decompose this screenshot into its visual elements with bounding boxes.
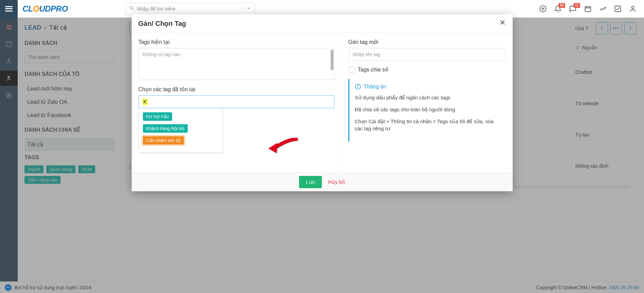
menu-toggle-button[interactable] [0,0,18,18]
msg-badge: 11 [574,3,580,8]
current-tags-label: Tags hiện tại [138,39,334,45]
tag-dropdown: KH Nợ Xấu Khách hàng Nội bộ Cần chăm sóc… [138,108,223,152]
modal-left-column: Tags hiện tại Không có tag nào Chọn các … [132,33,341,172]
info-line: Đã chia sẻ các tags cho toàn bộ người dù… [355,106,500,113]
svg-rect-5 [585,6,591,12]
reports-button[interactable] [599,5,607,13]
tag-search-input[interactable]: K [138,95,334,108]
choose-tags-label: Chọn các tag đã tồn tại [138,86,334,93]
info-line: Chọn Cài đặt > Thông tin cá nhân > Tags … [355,118,500,132]
new-tag-input[interactable]: Nhập tên tag [348,48,506,61]
share-tags-checkbox-row[interactable]: Tags chia sẻ [348,66,506,73]
svg-line-1 [132,9,134,10]
logo-text: CLOUDPRO [22,4,68,14]
modal-footer: Lưu Hủy bỏ [132,172,513,191]
logo[interactable]: CLOUDPRO [22,2,68,16]
global-search-placeholder: Nhập để tìm kiếm [137,6,175,12]
tasks-button[interactable] [614,5,622,13]
arrow-annotation [267,136,301,157]
new-tag-placeholder: Nhập tên tag [353,52,380,57]
tag-search-value: K [142,99,148,105]
dropdown-item[interactable]: KH Nợ Xấu [143,112,172,121]
svg-marker-32 [268,143,277,153]
empty-tags-text: Không có tag nào [143,52,180,57]
share-tags-checkbox[interactable] [348,67,354,73]
info-icon [355,84,361,90]
topbar-right: 53 11 [539,5,644,13]
bell-badge: 53 [559,3,565,8]
modal-right-column: Gán tag mới Nhập tên tag Tags chia sẻ Th… [341,33,513,172]
messages-button[interactable]: 11 [569,5,577,13]
notification-bell[interactable]: 53 [554,5,562,13]
svg-point-35 [358,85,358,86]
current-tags-box[interactable]: Không có tag nào [138,48,334,80]
svg-point-0 [130,6,133,9]
dropdown-item-highlighted[interactable]: Cần chăm sóc kỹ [143,136,184,145]
info-line: Sử dụng dấu phẩy để ngăn cách các tags [355,94,500,101]
hamburger-icon [5,6,13,12]
modal-head: Gán/ Chọn Tag [132,14,513,33]
assign-tag-modal: Gán/ Chọn Tag Tags hiện tại Không có tag… [132,14,513,191]
save-button[interactable]: Lưu [299,176,322,188]
user-menu[interactable] [629,5,637,13]
chevron-down-icon [246,6,251,12]
cancel-button[interactable]: Hủy bỏ [328,179,345,185]
modal-title: Gán/ Chọn Tag [138,19,186,28]
add-button[interactable] [539,5,547,13]
dropdown-item[interactable]: Khách hàng Nội bộ [143,124,188,133]
calendar-button[interactable] [584,5,592,13]
search-icon [129,6,134,12]
svg-point-10 [631,6,634,9]
scrollbar-thumb[interactable] [331,50,333,70]
info-card: Thông tin Sử dụng dấu phẩy để ngăn cách … [348,79,506,142]
close-icon [499,19,506,26]
new-tag-label: Gán tag mới [348,39,506,45]
modal-close-button[interactable] [499,19,506,28]
global-search[interactable]: Nhập để tìm kiếm [126,3,255,15]
info-title: Thông tin [355,84,500,90]
share-tags-label: Tags chia sẻ [358,66,389,73]
